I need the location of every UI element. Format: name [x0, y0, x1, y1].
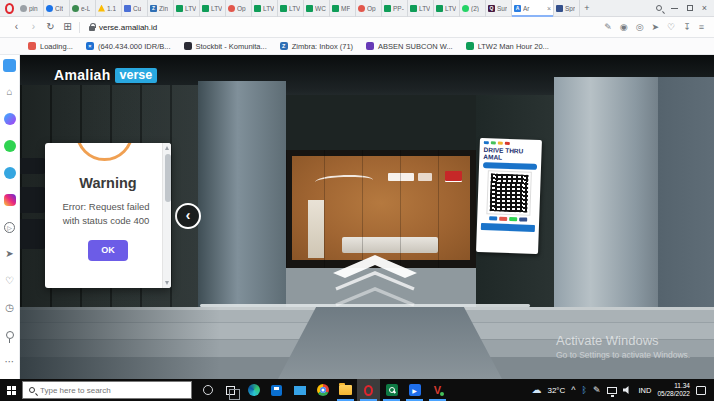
- weather-icon[interactable]: ☁: [531, 385, 541, 395]
- key-app-button[interactable]: [380, 379, 403, 401]
- tab-favicon: [46, 5, 53, 12]
- flow-icon[interactable]: ➤: [3, 247, 17, 261]
- browser-tab[interactable]: Op: [356, 0, 382, 17]
- favorite-heart-icon[interactable]: ♡: [667, 23, 675, 32]
- scroll-down-icon[interactable]: [165, 281, 169, 285]
- cortana-button[interactable]: [196, 379, 219, 401]
- browser-tab[interactable]: Q Sur: [486, 0, 512, 17]
- tab-close-icon[interactable]: ×: [547, 5, 551, 12]
- snapshot-icon[interactable]: ◉: [620, 23, 628, 32]
- bookmark-item[interactable]: Stockbit - Komunita...: [184, 42, 267, 51]
- browser-tab[interactable]: LTV: [252, 0, 278, 17]
- address-bar[interactable]: verse.amaliah.id: [89, 23, 604, 32]
- edge-button[interactable]: [242, 379, 265, 401]
- close-window-button[interactable]: ×: [702, 4, 707, 13]
- workspaces-button[interactable]: ⊞: [59, 22, 76, 32]
- start-button[interactable]: [0, 379, 22, 401]
- tray-overflow-chevron-icon[interactable]: ^: [571, 386, 575, 395]
- search-input[interactable]: [40, 386, 160, 395]
- bookmarks-heart-icon[interactable]: ♡: [3, 274, 17, 288]
- browser-tab[interactable]: Spr: [554, 0, 580, 17]
- tab-search-icon[interactable]: [656, 5, 662, 11]
- badge-icon[interactable]: ◎: [636, 23, 644, 32]
- task-view-button[interactable]: [219, 379, 242, 401]
- taskbar-search[interactable]: [22, 381, 192, 399]
- messenger-icon[interactable]: [3, 112, 17, 126]
- my-flow-icon[interactable]: ➤: [652, 23, 660, 32]
- share-page-icon[interactable]: ✎: [604, 23, 612, 32]
- virtual-tour-viewport[interactable]: DRIVE THRU AMAL Amaliah verse ‹: [20, 55, 714, 379]
- bookmark-item[interactable]: × (640.434.000 IDR/B...: [86, 42, 171, 51]
- pinboards-icon[interactable]: [3, 328, 17, 342]
- browser-tab[interactable]: A Ar ×: [512, 0, 554, 17]
- tour-menu-button[interactable]: [20, 158, 46, 174]
- file-explorer-button[interactable]: [334, 379, 357, 401]
- action-center-icon[interactable]: [696, 386, 706, 395]
- browser-tab[interactable]: Cu: [122, 0, 148, 17]
- browser-tab[interactable]: e-L: [70, 0, 96, 17]
- browser-tab[interactable]: PP-: [382, 0, 408, 17]
- browser-tab[interactable]: LTV: [278, 0, 304, 17]
- dialog-scrollbar[interactable]: [162, 143, 171, 288]
- instagram-icon[interactable]: [3, 193, 17, 207]
- player-icon[interactable]: ▷: [3, 220, 17, 234]
- tab-title: PP-: [393, 5, 404, 12]
- rotate-left-hotspot[interactable]: ‹: [175, 203, 201, 229]
- browser-tab[interactable]: MF: [330, 0, 356, 17]
- date-text: 05/28/2022: [657, 390, 690, 397]
- site-logo-badge: verse: [115, 68, 158, 83]
- new-tab-button[interactable]: +: [580, 3, 594, 13]
- browser-tab[interactable]: 1.1: [96, 0, 122, 17]
- network-display-icon[interactable]: [607, 387, 617, 394]
- browser-tab[interactable]: Z Zin: [148, 0, 174, 17]
- opera-menu-button[interactable]: [0, 0, 18, 17]
- more-icon[interactable]: ⋯: [3, 355, 17, 369]
- movies-tv-button[interactable]: ▶: [403, 379, 426, 401]
- browser-tab[interactable]: LTV: [408, 0, 434, 17]
- bookmark-item[interactable]: LTW2 Man Hour 20...: [466, 42, 549, 51]
- volume-icon[interactable]: [623, 386, 633, 394]
- back-button[interactable]: ‹: [8, 22, 25, 32]
- downloads-icon[interactable]: ↧: [683, 23, 691, 32]
- payment-chip: [519, 218, 527, 222]
- move-forward-hotspot[interactable]: [320, 253, 430, 315]
- pen-icon[interactable]: ✎: [593, 386, 601, 395]
- history-icon[interactable]: ◷: [3, 301, 17, 315]
- bookmark-item[interactable]: ABSEN SUBCON W...: [366, 42, 453, 51]
- store-button[interactable]: [265, 379, 288, 401]
- bookmark-item[interactable]: Z Zimbra: Inbox (71): [280, 42, 353, 51]
- browser-tab[interactable]: Op: [226, 0, 252, 17]
- bluetooth-icon[interactable]: ᛒ: [582, 386, 587, 395]
- browser-tab[interactable]: Cit: [44, 0, 70, 17]
- scroll-thumb[interactable]: [165, 154, 171, 202]
- ok-button[interactable]: OK: [88, 240, 128, 261]
- browser-tab[interactable]: WC: [304, 0, 330, 17]
- home-icon[interactable]: ⌂: [3, 85, 17, 99]
- reload-button[interactable]: ↻: [42, 22, 59, 32]
- clock[interactable]: 11.34 05/28/2022: [657, 382, 690, 399]
- browser-tab[interactable]: LTV: [200, 0, 226, 17]
- temperature-text[interactable]: 32°C: [547, 386, 565, 395]
- language-indicator[interactable]: IND: [639, 386, 652, 395]
- tab-favicon: Z: [150, 5, 157, 12]
- speed-dial-icon[interactable]: [3, 58, 17, 72]
- scroll-up-icon[interactable]: [165, 146, 169, 150]
- browser-tab[interactable]: LTV: [434, 0, 460, 17]
- opera-button[interactable]: [357, 379, 380, 401]
- url-text[interactable]: verse.amaliah.id: [99, 23, 157, 32]
- browser-tab[interactable]: (2): [460, 0, 486, 17]
- minimize-button[interactable]: [671, 8, 678, 9]
- browser-tab[interactable]: LTV: [174, 0, 200, 17]
- telegram-icon[interactable]: [3, 166, 17, 180]
- forward-button[interactable]: ›: [25, 22, 42, 32]
- v-app-button[interactable]: V: [426, 379, 449, 401]
- browser-tab[interactable]: pin: [18, 0, 44, 17]
- tour-menu-button[interactable]: [20, 187, 46, 213]
- whatsapp-icon[interactable]: [3, 139, 17, 153]
- mail-button[interactable]: [288, 379, 311, 401]
- bookmark-item[interactable]: Loading...: [28, 42, 73, 51]
- tour-menu-button[interactable]: [20, 219, 46, 249]
- chrome-button[interactable]: [311, 379, 334, 401]
- panels-icon[interactable]: ≡: [699, 23, 704, 32]
- maximize-button[interactable]: [687, 5, 693, 11]
